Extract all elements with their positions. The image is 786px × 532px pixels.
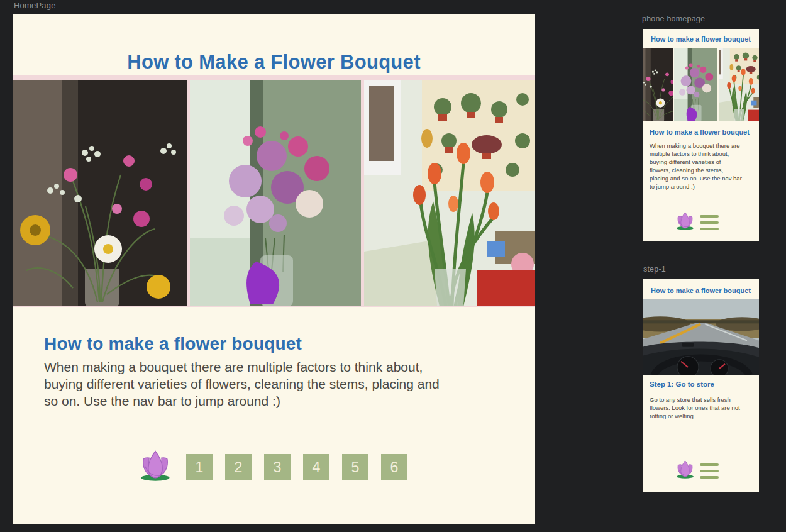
menu-line: [700, 221, 719, 224]
photo-row: [13, 75, 535, 307]
phone-paragraph-line: flowers, cleaning the stems,: [650, 166, 753, 174]
phone-paragraph-line: placing and so on. Use the nav bar: [650, 174, 753, 182]
nav-button-4[interactable]: 4: [303, 454, 329, 480]
menu-line: [700, 463, 719, 466]
hamburger-menu-icon[interactable]: [700, 215, 719, 230]
phone-paragraph-line: buying different varieties of: [650, 158, 753, 166]
frame-phone-homepage: How to make a flower bouquet How to make…: [643, 29, 759, 241]
driving-to-store-photo: [643, 299, 759, 375]
phone-paragraph-line: multiple factors to think about,: [650, 150, 753, 158]
menu-line: [700, 215, 719, 218]
menu-line: [700, 476, 719, 479]
intro-paragraph: When making a bouquet there are multiple…: [44, 358, 440, 409]
orange-tulips-photo: [719, 48, 759, 121]
purple-bouquet-photo: [674, 48, 717, 121]
step1-heading: Step 1: Go to store: [650, 380, 714, 388]
menu-line: [700, 228, 719, 230]
phone-paragraph-line: When making a bouquet there are: [650, 141, 753, 150]
page-title: How to Make a Flower Bouquet: [13, 51, 535, 74]
frame-homepage: How to Make a Flower Bouquet How to make…: [13, 14, 535, 524]
phone-section-heading: How to make a flower bouquet: [650, 128, 750, 136]
intro-paragraph-line: When making a bouquet there are multiple…: [44, 358, 440, 375]
frame-step1: How to make a flower bouquet Step 1: Go …: [643, 279, 759, 492]
hamburger-menu-icon[interactable]: [700, 463, 719, 479]
step1-paragraph: Go to any store that sells fresh flowers…: [650, 396, 753, 420]
frame-label-phone-homepage[interactable]: phone homepage: [642, 14, 705, 23]
frame-label-homepage[interactable]: HomePage: [14, 1, 56, 10]
step1-paragraph-line: rotting or welting.: [650, 412, 753, 420]
phone-page-title: How to make a flower bouquet: [643, 287, 759, 294]
phone-paragraph-line: to jump around :): [650, 182, 753, 191]
lotus-logo-icon[interactable]: [675, 460, 695, 479]
nav-button-6[interactable]: 6: [381, 454, 407, 480]
nav-bar: 1 2 3 4 5 6: [186, 454, 407, 480]
purple-bouquet-photo: [190, 80, 361, 306]
phone-page-title: How to make a flower bouquet: [643, 35, 759, 43]
nav-button-5[interactable]: 5: [342, 454, 368, 480]
intro-paragraph-line: buying different varieties of flowers, c…: [44, 375, 440, 392]
phone-photo-strip: [643, 48, 759, 121]
nav-button-3[interactable]: 3: [264, 454, 291, 480]
intro-paragraph-line: so on. Use the nav bar to jump around :): [44, 392, 440, 409]
step1-paragraph-line: flowers. Look for ones that are not: [650, 404, 753, 412]
lotus-logo-icon[interactable]: [138, 449, 172, 482]
phone-intro-paragraph: When making a bouquet there are multiple…: [650, 141, 753, 191]
orange-tulips-photo: [364, 80, 535, 306]
wildflower-bouquet-photo: [643, 48, 673, 121]
menu-line: [700, 470, 719, 472]
lotus-logo-icon[interactable]: [675, 211, 695, 230]
nav-button-1[interactable]: 1: [186, 454, 213, 480]
nav-button-2[interactable]: 2: [225, 454, 252, 480]
frame-label-step1[interactable]: step-1: [643, 265, 666, 274]
step1-paragraph-line: Go to any store that sells fresh: [650, 396, 753, 404]
section-heading: How to make a flower bouquet: [44, 334, 302, 354]
wildflower-bouquet-photo: [13, 80, 187, 306]
